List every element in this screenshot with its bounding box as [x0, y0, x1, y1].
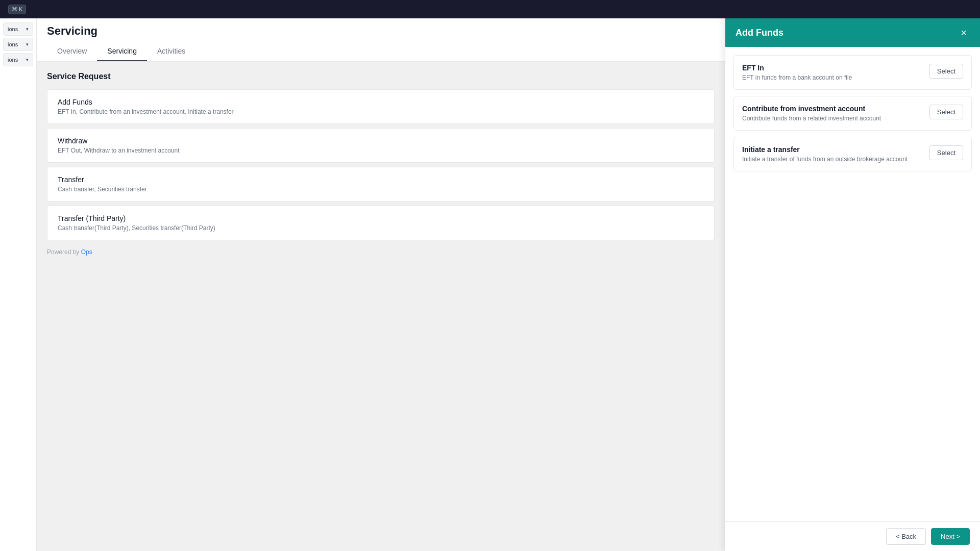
- chevron-down-icon: ▾: [26, 27, 29, 32]
- drawer-close-button[interactable]: ×: [958, 27, 970, 39]
- content-area: Service Request Add Funds EFT In, Contri…: [37, 62, 725, 551]
- left-panel: ions ▾ ions ▾ ions ▾: [0, 18, 37, 551]
- service-card-subtitle-add-funds: EFT In, Contribute from an investment ac…: [58, 108, 704, 115]
- fund-option-title-contribute: Contribute from investment account: [742, 105, 921, 113]
- sidebar-item-actions-2[interactable]: ions ▾: [3, 38, 33, 51]
- service-card-subtitle-third-party: Cash transfer(Third Party), Securities t…: [58, 224, 704, 232]
- select-button-transfer[interactable]: Select: [929, 145, 963, 160]
- service-cards-list: Add Funds EFT In, Contribute from an inv…: [47, 89, 715, 240]
- service-card-add-funds[interactable]: Add Funds EFT In, Contribute from an inv…: [47, 89, 715, 124]
- fund-option-contribute: Contribute from investment account Contr…: [733, 96, 972, 131]
- powered-by-link[interactable]: Ops: [81, 248, 92, 256]
- fund-option-title-transfer: Initiate a transfer: [742, 145, 921, 154]
- service-request-title: Service Request: [47, 72, 715, 81]
- fund-option-transfer: Initiate a transfer Initiate a transfer …: [733, 137, 972, 171]
- service-card-subtitle-transfer: Cash transfer, Securities transfer: [58, 186, 704, 193]
- select-button-eft[interactable]: Select: [929, 64, 963, 79]
- next-button[interactable]: Next >: [931, 528, 970, 545]
- fund-option-title-eft: EFT In: [742, 64, 921, 72]
- drawer-header: Add Funds ×: [725, 18, 980, 47]
- page-header: Servicing Overview Servicing Activities: [37, 18, 725, 62]
- sidebar-item-actions-1[interactable]: ions ▾: [3, 22, 33, 36]
- add-funds-drawer: Add Funds × EFT In EFT in funds from a b…: [725, 18, 980, 551]
- drawer-body: EFT In EFT in funds from a bank account …: [725, 47, 980, 521]
- tab-servicing[interactable]: Servicing: [97, 42, 147, 61]
- service-card-transfer-third-party[interactable]: Transfer (Third Party) Cash transfer(Thi…: [47, 206, 715, 240]
- page-title: Servicing: [47, 24, 97, 42]
- service-card-withdraw[interactable]: Withdraw EFT Out, Withdraw to an investm…: [47, 128, 715, 163]
- main-area: Servicing Overview Servicing Activities …: [37, 18, 725, 551]
- service-card-title-transfer: Transfer: [58, 176, 704, 184]
- drawer-footer: < Back Next >: [725, 521, 980, 551]
- tab-activities[interactable]: Activities: [147, 42, 195, 61]
- select-button-contribute[interactable]: Select: [929, 105, 963, 119]
- tab-overview[interactable]: Overview: [47, 42, 97, 61]
- fund-option-desc-transfer: Initiate a transfer of funds from an out…: [742, 156, 921, 163]
- sidebar-item-actions-3[interactable]: ions ▾: [3, 53, 33, 66]
- chevron-down-icon-3: ▾: [26, 57, 29, 62]
- fund-option-info-contribute: Contribute from investment account Contr…: [742, 105, 921, 122]
- chevron-down-icon-2: ▾: [26, 42, 29, 47]
- drawer-title: Add Funds: [736, 28, 783, 38]
- service-card-transfer[interactable]: Transfer Cash transfer, Securities trans…: [47, 167, 715, 202]
- service-card-title-withdraw: Withdraw: [58, 137, 704, 145]
- tabs-row: Overview Servicing Activities: [37, 42, 725, 61]
- cmd-key: K: [19, 6, 22, 12]
- fund-option-desc-contribute: Contribute funds from a related investme…: [742, 115, 921, 122]
- fund-option-desc-eft: EFT in funds from a bank account on file: [742, 74, 921, 81]
- fund-option-eft-in: EFT In EFT in funds from a bank account …: [733, 55, 972, 90]
- cmd-symbol: ⌘: [12, 6, 17, 13]
- powered-by: Powered by Ops: [47, 248, 715, 256]
- service-card-title-third-party: Transfer (Third Party): [58, 214, 704, 222]
- fund-option-info-eft: EFT In EFT in funds from a bank account …: [742, 64, 921, 81]
- top-bar: ⌘ K: [8, 5, 26, 14]
- service-card-subtitle-withdraw: EFT Out, Withdraw to an investment accou…: [58, 147, 704, 154]
- fund-option-info-transfer: Initiate a transfer Initiate a transfer …: [742, 145, 921, 163]
- service-card-title-add-funds: Add Funds: [58, 98, 704, 106]
- back-button[interactable]: < Back: [886, 528, 926, 545]
- cmd-badge[interactable]: ⌘ K: [8, 5, 26, 14]
